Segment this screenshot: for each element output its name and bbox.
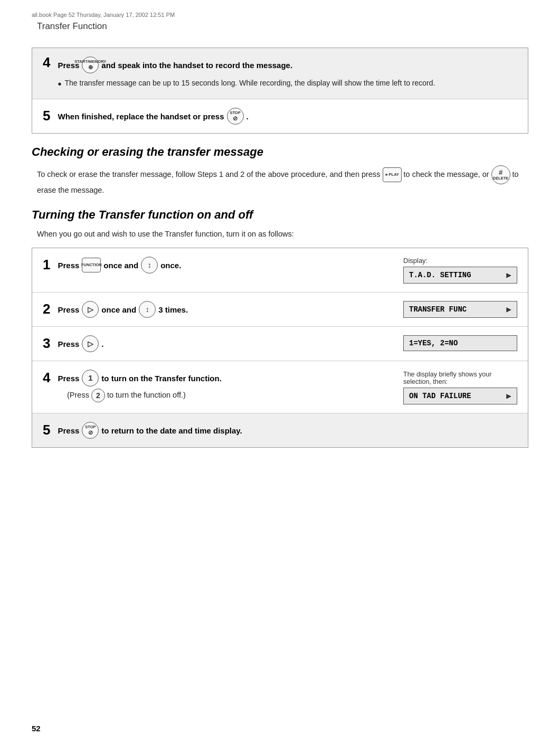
step-number-4-top: 4: [43, 55, 50, 69]
num1-symbol: 1: [88, 374, 92, 383]
display-arrow-4b: ▶: [506, 391, 511, 401]
press-2: Press: [58, 305, 79, 314]
once-and-1: once and: [103, 261, 138, 270]
step-3-bottom: 3 Press ▷ . 1=YES, 2=NO: [32, 327, 528, 361]
display-screen-4b: ON TAD FAILURE ▶: [403, 388, 517, 404]
step-3-left: 3 Press ▷ .: [43, 335, 396, 352]
step-5-top-text: When finished, replace the handset or pr…: [58, 108, 248, 125]
forward-symbol-3: ▷: [88, 340, 93, 348]
press-5b: Press: [58, 426, 79, 435]
display-text-2: TRANSFER FUNC: [409, 305, 467, 314]
delete-button-icon: # DELETE: [491, 165, 510, 184]
once-and-2: once and: [101, 305, 136, 314]
step-2-left: 2 Press ▷ once and ↕ 3 times.: [43, 301, 396, 318]
step-num-2: 2: [43, 302, 50, 316]
play-label: ►PLAY: [385, 173, 399, 177]
forward-button-3: ▷: [82, 335, 99, 352]
display-note-4b: The display briefly shows your selection…: [403, 371, 517, 385]
period-5t: .: [246, 112, 249, 121]
step-4-left: 4 Press 1 to turn on the Transfer functi…: [43, 370, 396, 402]
delete-hash: #: [499, 169, 502, 176]
step-4-main-row: 4 Press 1 to turn on the Transfer functi…: [43, 370, 396, 387]
step-1-right: Display: T.A.D. SETTING ▶: [396, 257, 517, 284]
file-info: all.book Page 52 Thursday, January 17, 2…: [32, 12, 175, 18]
step-5b-text: Press STOP ⊘ to return to the date and t…: [58, 422, 242, 439]
page-number: 52: [32, 724, 41, 733]
display-screen-3: 1=YES, 2=NO: [403, 335, 517, 351]
to-return-5b: to return to the date and time display.: [101, 426, 242, 435]
display-text-1: T.A.D. SETTING: [409, 271, 471, 279]
step-3-right: 1=YES, 2=NO: [396, 335, 517, 351]
up-down-button-2: ↕: [139, 301, 156, 318]
section1-text2: to check the message, or: [404, 170, 491, 178]
section1-text1: To check or erase the transfer message, …: [37, 170, 383, 178]
num1-button: 1: [82, 370, 99, 387]
up-down-button-1: ↕: [141, 257, 158, 274]
section-heading-1: Checking or erasing the transfer message: [32, 145, 528, 159]
once-end-1: once.: [160, 261, 181, 270]
up-down-symbol-2: ↕: [146, 306, 149, 314]
period-3: .: [101, 340, 103, 348]
page-title: Transfer Function: [37, 21, 107, 31]
up-down-symbol-1: ↕: [148, 261, 151, 269]
display-text-4b: ON TAD FAILURE: [409, 392, 471, 400]
num2-button: 2: [91, 389, 105, 402]
press-4b: Press: [58, 374, 79, 383]
section2-intro: When you go out and wish to use the Tran…: [32, 228, 528, 240]
function-label: FUNCTION: [81, 263, 102, 267]
display-text-3: 1=YES, 2=NO: [409, 339, 458, 347]
stop-label-top: STOP: [230, 111, 240, 115]
step-4-top: 4 Press START/MEMORY ⊕ and speak into th…: [32, 48, 528, 99]
stop-symbol-top: ⊘: [233, 115, 238, 121]
play-button-icon: ►PLAY: [383, 167, 402, 182]
step-4t-bullet: • The transfer message can be up to 15 s…: [58, 78, 435, 90]
page-header: Transfer Function: [32, 21, 528, 32]
display-arrow-1: ▶: [506, 270, 511, 280]
bullet-dot: •: [58, 78, 61, 90]
press-sub-4b: (Press: [67, 391, 91, 399]
step-4-top-text: Press START/MEMORY ⊕ and speak into the …: [58, 56, 435, 73]
start-memory-button-icon: START/MEMORY ⊕: [82, 56, 99, 73]
step-2-text: Press ▷ once and ↕ 3 times.: [58, 301, 188, 318]
forward-button-2: ▷: [82, 301, 99, 318]
step-3-text: Press ▷ .: [58, 335, 103, 352]
press-3: Press: [58, 340, 79, 348]
step-num-3: 3: [43, 336, 50, 350]
forward-symbol-2: ▷: [88, 306, 93, 314]
section-body-1: To check or erase the transfer message, …: [32, 165, 528, 196]
step-4t-text-after: and speak into the handset to record the…: [101, 61, 292, 70]
display-arrow-2: ▶: [506, 304, 511, 315]
display-label-1: Display:: [403, 257, 517, 265]
bullet-text: The transfer message can be up to 15 sec…: [64, 78, 435, 89]
step-2-right: TRANSFER FUNC ▶: [396, 301, 517, 318]
stop-symbol-bottom: ⊘: [88, 429, 93, 436]
stop-button-icon-bottom: STOP ⊘: [82, 422, 99, 439]
function-button-icon: FUNCTION: [82, 258, 101, 272]
step-1-text: Press FUNCTION once and ↕ once.: [58, 257, 181, 274]
stop-label-bottom: STOP: [85, 425, 96, 429]
display-screen-1: T.A.D. SETTING ▶: [403, 267, 517, 284]
page-container: all.book Page 52 Thursday, January 17, 2…: [0, 0, 560, 754]
step-num-4b: 4: [43, 371, 50, 384]
step-4-bottom: 4 Press 1 to turn on the Transfer functi…: [32, 361, 528, 413]
to-turn-on-4b: to turn on the Transfer function.: [101, 374, 222, 383]
step-5b-inner: 5 Press STOP ⊘ to return to the date and…: [43, 422, 517, 439]
step-1-left: 1 Press FUNCTION once and ↕ once.: [43, 257, 396, 274]
step-5-top-content: When finished, replace the handset or pr…: [58, 108, 248, 125]
step-num-5b: 5: [43, 423, 50, 437]
step-4b-text: Press 1 to turn on the Transfer function…: [58, 370, 221, 387]
bottom-instruction-area: 1 Press FUNCTION once and ↕ once.: [32, 248, 528, 448]
section-heading-2: Turning the Transfer function on and off: [32, 208, 528, 222]
step-num-1: 1: [43, 258, 50, 271]
step-4-top-content: Press START/MEMORY ⊕ and speak into the …: [58, 56, 435, 90]
step-4b-sub: (Press 2 to turn the function off.): [67, 389, 396, 402]
step-1-bottom: 1 Press FUNCTION once and ↕ once.: [32, 248, 528, 293]
to-turn-off-4b: to turn the function off.): [107, 391, 186, 399]
press-1: Press: [58, 261, 79, 270]
step-2-bottom: 2 Press ▷ once and ↕ 3 times.: [32, 293, 528, 327]
when-finished-label: When finished, replace the handset or pr…: [58, 112, 224, 121]
num2-symbol: 2: [96, 392, 100, 400]
top-instruction-area: 4 Press START/MEMORY ⊕ and speak into th…: [32, 48, 528, 134]
step-5-top: 5 When finished, replace the handset or …: [32, 99, 528, 133]
start-memory-symbol: ⊕: [88, 64, 93, 70]
